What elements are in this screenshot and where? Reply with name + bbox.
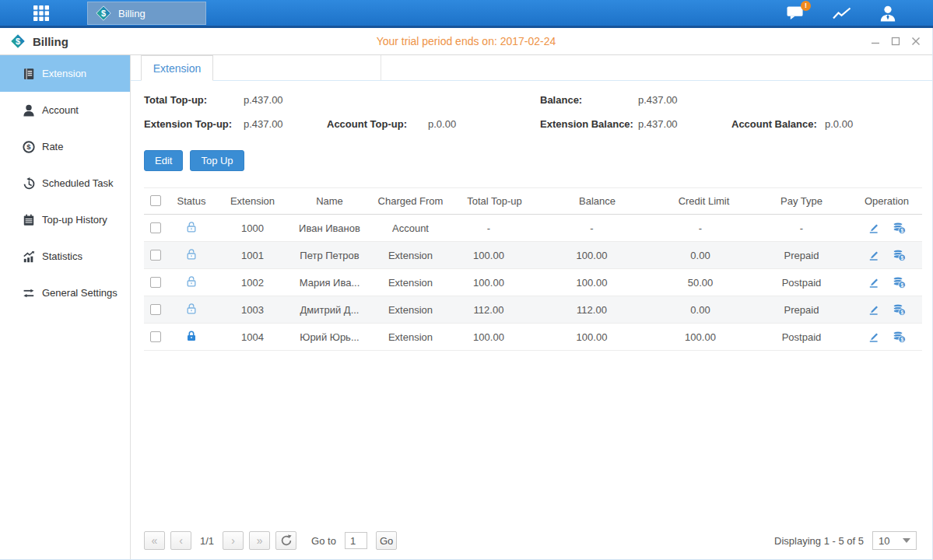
close-button[interactable]	[911, 37, 921, 46]
maximize-button[interactable]	[891, 37, 900, 46]
prev-page-icon: ‹	[179, 535, 183, 546]
tab-strip-divider	[213, 55, 381, 80]
unlock-icon[interactable]	[185, 303, 198, 315]
account-icon	[22, 103, 36, 117]
account-balance-value: р.0.00	[825, 118, 921, 130]
unlock-icon[interactable]	[185, 248, 198, 261]
header-name: Name	[289, 188, 370, 215]
page-size-select[interactable]: 10	[872, 531, 917, 550]
account-balance-label: Account Balance:	[731, 118, 825, 130]
header-pay-type: Pay Type	[752, 188, 851, 215]
select-all-checkbox[interactable]	[150, 195, 161, 206]
billing-diamond-icon	[96, 5, 111, 21]
extension-cell: 1000	[216, 215, 289, 242]
row-checkbox[interactable]	[150, 277, 161, 288]
sidebar-item-general-settings[interactable]: General Settings	[0, 275, 130, 311]
monitor-button[interactable]	[832, 5, 852, 21]
rate-icon	[22, 140, 36, 154]
sidebar-item-scheduled-task[interactable]: Scheduled Task	[0, 165, 130, 201]
row-checkbox[interactable]	[150, 304, 161, 315]
minimize-icon	[871, 37, 880, 46]
first-page-button[interactable]: «	[144, 531, 165, 550]
next-page-button[interactable]: ›	[223, 531, 244, 550]
general-settings-icon	[22, 286, 36, 300]
minimize-button[interactable]	[871, 37, 880, 46]
charged-from-cell: Extension	[370, 242, 451, 269]
window-title: Billing	[33, 35, 68, 48]
pay-type-cell: Postpaid	[752, 324, 851, 351]
edit-icon[interactable]	[868, 249, 880, 261]
sidebar-item-label: Statistics	[42, 250, 82, 262]
prev-page-button[interactable]: ‹	[170, 531, 191, 550]
row-checkbox[interactable]	[150, 222, 161, 233]
row-checkbox[interactable]	[150, 250, 161, 261]
charged-from-cell: Account	[370, 215, 451, 242]
edit-button[interactable]: Edit	[144, 150, 183, 171]
name-cell: Иван Иванов	[289, 215, 370, 242]
displaying-text: Displaying 1 - 5 of 5	[774, 535, 864, 547]
header-balance: Balance	[538, 188, 657, 215]
sidebar-item-account[interactable]: Account	[0, 92, 130, 128]
pay-type-cell: Prepaid	[752, 296, 851, 324]
extension-cell: 1001	[216, 242, 289, 269]
first-page-icon: «	[152, 535, 158, 546]
unlock-icon[interactable]	[185, 221, 198, 233]
table-row: 1001 Петр Петров Extension 100.00 100.00…	[144, 242, 922, 269]
extension-topup-value: р.437.00	[244, 118, 327, 130]
balance-value: р.437.00	[638, 94, 921, 106]
topup-icon[interactable]	[893, 222, 906, 234]
total-topup-cell: 100.00	[451, 269, 538, 296]
unlock-icon[interactable]	[185, 275, 198, 288]
credit-limit-cell: 0.00	[657, 296, 752, 324]
total-topup-label: Total Top-up:	[144, 94, 244, 106]
topup-button[interactable]: Top Up	[190, 150, 244, 171]
apps-grid-icon	[33, 5, 49, 21]
tab-extension[interactable]: Extension	[141, 55, 213, 81]
edit-icon[interactable]	[868, 222, 880, 234]
go-button[interactable]: Go	[376, 531, 397, 550]
close-icon	[911, 37, 921, 46]
topup-icon[interactable]	[893, 276, 906, 289]
header-credit-limit: Credit Limit	[657, 188, 752, 215]
extension-cell: 1002	[216, 269, 289, 296]
refresh-button[interactable]	[275, 531, 296, 550]
topup-icon[interactable]	[893, 331, 906, 343]
balance-summary: Total Top-up: р.437.00 Extension Top-up:…	[144, 94, 921, 130]
table-row: 1003 Дмитрий Д... Extension 112.00 112.0…	[144, 296, 922, 324]
goto-page-input[interactable]	[345, 532, 367, 549]
tab-label: Extension	[153, 62, 201, 75]
user-menu-button[interactable]	[879, 5, 897, 22]
topup-history-icon	[22, 213, 36, 227]
messages-button[interactable]: !	[786, 5, 805, 21]
taskbar-tab-billing[interactable]: Billing	[87, 2, 206, 25]
topup-icon[interactable]	[893, 249, 906, 261]
sidebar-item-topup-history[interactable]: Top-up History	[0, 201, 130, 238]
name-cell: Мария Ива...	[289, 269, 370, 296]
charged-from-cell: Extension	[370, 269, 451, 296]
edit-icon[interactable]	[868, 331, 880, 343]
edit-icon[interactable]	[868, 303, 880, 316]
pay-type-cell: Prepaid	[752, 242, 851, 269]
page-indicator: 1/1	[200, 535, 214, 547]
toolbar: Edit Top Up	[144, 150, 921, 171]
sidebar-item-statistics[interactable]: Statistics	[0, 238, 130, 275]
header-extension: Extension	[216, 188, 289, 215]
credit-limit-cell: -	[657, 215, 752, 242]
balance-cell: 112.00	[538, 296, 657, 324]
sidebar-item-extension[interactable]: Extension	[0, 55, 130, 92]
sidebar: Extension Account Rate Scheduled Task To…	[0, 55, 131, 559]
table-row: 1000 Иван Иванов Account - - - -	[144, 215, 922, 242]
apps-menu-button[interactable]	[30, 5, 53, 22]
refresh-icon	[280, 534, 293, 547]
topup-icon[interactable]	[893, 303, 906, 316]
last-page-button[interactable]: »	[249, 531, 270, 550]
table-header-row: Status Extension Name Charged From Total…	[144, 188, 922, 215]
credit-limit-cell: 50.00	[657, 269, 752, 296]
row-checkbox[interactable]	[150, 331, 161, 342]
edit-icon[interactable]	[868, 276, 880, 289]
lock-icon[interactable]	[185, 330, 198, 342]
balance-label: Balance:	[540, 94, 638, 106]
next-page-icon: ›	[231, 535, 235, 546]
sidebar-item-rate[interactable]: Rate	[0, 128, 130, 165]
balance-cell: 100.00	[538, 269, 657, 296]
